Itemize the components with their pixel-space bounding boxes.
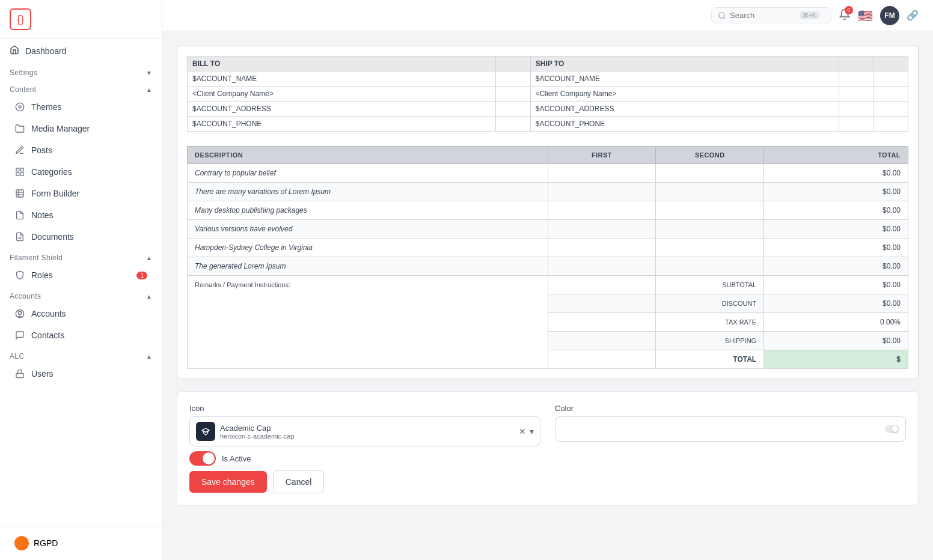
is-active-toggle[interactable] — [189, 451, 216, 466]
avatar[interactable]: FM — [880, 6, 899, 25]
items-table: DESCRIPTION FIRST SECOND TOTAL Contrary … — [187, 146, 908, 369]
form-builder-label: Form Builder — [31, 189, 79, 198]
item-desc-4: Various versions have evolved — [188, 220, 548, 239]
item-desc-1: Contrary to popular belief — [188, 164, 548, 183]
topbar: ⌘+K 0 🇺🇸 FM 🔗 — [162, 0, 933, 31]
sidebar-item-notes[interactable]: Notes — [5, 205, 157, 225]
sidebar-section-alc[interactable]: ALC ▲ — [0, 346, 162, 363]
rgpd-item[interactable]: RGPD — [10, 532, 152, 554]
ship-col3-header — [873, 56, 908, 72]
sidebar-logo: {} — [0, 0, 162, 39]
search-box[interactable]: ⌘+K — [711, 7, 831, 23]
sidebar-item-dashboard[interactable]: Dashboard — [0, 39, 162, 62]
sidebar-section-filament-shield[interactable]: Filament Shield ▲ — [0, 248, 162, 264]
ship-col2-1 — [839, 72, 873, 87]
svg-point-1 — [19, 106, 21, 108]
svg-rect-2 — [16, 168, 19, 171]
item-total-6: $0.00 — [764, 257, 908, 276]
sidebar-item-contacts[interactable]: Contacts — [5, 325, 157, 345]
cancel-button[interactable]: Cancel — [273, 470, 325, 493]
notification-bell[interactable]: 0 — [839, 8, 851, 22]
item-row-1: Contrary to popular belief $0.00 — [188, 164, 908, 183]
sidebar-item-form-builder[interactable]: Form Builder — [5, 183, 157, 204]
color-input[interactable] — [555, 416, 906, 442]
form-section: Icon Academic Cap heroicon-c-academic-ca… — [177, 391, 919, 506]
icon-select-text: Academic Cap heroicon-c-academic-cap — [220, 424, 514, 440]
save-button[interactable]: Save changes — [189, 471, 267, 493]
sidebar-item-themes[interactable]: Themes — [5, 97, 157, 117]
content-chevron-icon: ▲ — [146, 87, 152, 93]
sidebar-item-posts[interactable]: Posts — [5, 140, 157, 160]
item-first-3 — [548, 201, 656, 220]
shield-icon — [14, 270, 25, 281]
sidebar-item-accounts[interactable]: Accounts — [5, 303, 157, 324]
sidebar-item-categories[interactable]: Categories — [5, 162, 157, 182]
bill-ship-row-3: $ACCOUNT_ADDRESS $ACCOUNT_ADDRESS — [188, 102, 908, 117]
item-second-5 — [656, 239, 764, 257]
sidebar-section-accounts[interactable]: Accounts ▲ — [0, 286, 162, 303]
categories-label: Categories — [31, 167, 72, 177]
sidebar-item-documents[interactable]: Documents — [5, 227, 157, 247]
clear-icon[interactable]: ✕ — [519, 427, 526, 436]
shipping-label: SHIPPING — [656, 332, 764, 350]
grid-icon — [14, 166, 25, 177]
item-row-4: Various versions have evolved $0.00 — [188, 220, 908, 239]
remarks-label: Remarks / Payment Instructions: — [195, 281, 290, 288]
item-first-6 — [548, 257, 656, 276]
item-total-3: $0.00 — [764, 201, 908, 220]
color-label: Color — [555, 404, 906, 413]
first-header: FIRST — [548, 147, 656, 164]
svg-rect-4 — [16, 172, 19, 175]
logo-symbol: {} — [17, 13, 24, 26]
accounts-label: Accounts — [31, 309, 66, 318]
item-row-3: Many desktop publishing packages $0.00 — [188, 201, 908, 220]
bill-col2-1 — [496, 72, 531, 87]
notification-badge: 0 — [845, 6, 853, 14]
icon-select[interactable]: Academic Cap heroicon-c-academic-cap ✕ ▾ — [189, 416, 540, 446]
bill-ship-row-1: $ACCOUNT_NAME $ACCOUNT_NAME — [188, 72, 908, 87]
icon-group: Icon Academic Cap heroicon-c-academic-ca… — [189, 404, 540, 446]
posts-label: Posts — [31, 145, 52, 155]
item-second-1 — [656, 164, 764, 183]
alc-chevron-icon: ▲ — [146, 353, 152, 360]
flag-icon[interactable]: 🇺🇸 — [858, 8, 873, 23]
link-icon[interactable]: 🔗 — [907, 10, 919, 21]
ship-address: $ACCOUNT_ADDRESS — [530, 102, 839, 117]
dashboard-label: Dashboard — [25, 46, 67, 56]
ship-phone: $ACCOUNT_PHONE — [530, 117, 839, 132]
svg-point-0 — [16, 103, 23, 111]
icon-name: Academic Cap — [220, 424, 514, 433]
icon-select-preview — [196, 422, 215, 441]
alc-section-label: ALC — [10, 352, 24, 361]
pencil-icon — [14, 145, 25, 156]
themes-label: Themes — [31, 102, 62, 112]
item-row-2: There are many variations of Lorem Ipsum… — [188, 183, 908, 201]
palette-icon — [14, 102, 25, 112]
color-toggle-knob — [892, 426, 898, 432]
search-input[interactable] — [730, 11, 796, 20]
subtotal-label: SUBTOTAL — [656, 276, 764, 294]
content-section-label: Content — [10, 85, 37, 94]
item-first-2 — [548, 183, 656, 201]
bill-address: $ACCOUNT_ADDRESS — [188, 102, 496, 117]
contacts-label: Contacts — [31, 330, 64, 340]
sidebar-section-content[interactable]: Content ▲ — [0, 79, 162, 96]
invoice-wrapper: BILL TO SHIP TO $ACCOUNT_NAME $ACCOUNT_N… — [177, 46, 918, 379]
color-toggle[interactable] — [885, 425, 899, 433]
sidebar-item-roles[interactable]: Roles 1 — [5, 265, 157, 285]
folder-icon — [14, 123, 25, 134]
sidebar-item-media-manager[interactable]: Media Manager — [5, 118, 157, 139]
sidebar-item-users[interactable]: Users — [5, 364, 157, 384]
chevron-down-icon[interactable]: ▾ — [530, 427, 534, 436]
icon-code: heroicon-c-academic-cap — [220, 433, 514, 440]
desc-header: DESCRIPTION — [188, 147, 548, 164]
filament-shield-label: Filament Shield — [10, 254, 63, 262]
icon-select-actions[interactable]: ✕ ▾ — [519, 427, 534, 436]
sidebar-section-settings[interactable]: Settings ▼ — [0, 62, 162, 79]
item-desc-6: The generated Lorem Ipsum — [188, 257, 548, 276]
is-active-label: Is Active — [222, 454, 251, 463]
svg-rect-13 — [16, 373, 23, 377]
item-desc-5: Hampden-Sydney College in Virginia — [188, 239, 548, 257]
notes-label: Notes — [31, 210, 54, 220]
rgpd-label: RGPD — [34, 538, 58, 548]
